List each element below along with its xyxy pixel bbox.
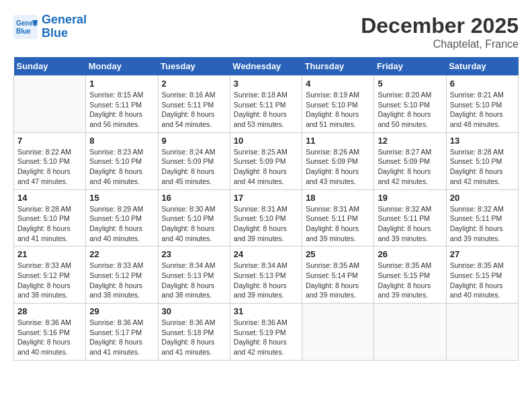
day-info: Sunrise: 8:36 AMSunset: 5:17 PMDaylight:… bbox=[89, 318, 154, 357]
day-cell: 16Sunrise: 8:30 AMSunset: 5:10 PMDayligh… bbox=[158, 189, 230, 246]
day-cell: 4Sunrise: 8:19 AMSunset: 5:10 PMDaylight… bbox=[302, 76, 374, 133]
day-cell: 26Sunrise: 8:35 AMSunset: 5:15 PMDayligh… bbox=[374, 246, 446, 304]
weekday-header-sunday: Sunday bbox=[14, 57, 86, 76]
day-number: 13 bbox=[450, 136, 515, 146]
day-number: 21 bbox=[17, 249, 82, 259]
day-cell: 30Sunrise: 8:36 AMSunset: 5:18 PMDayligh… bbox=[158, 304, 230, 361]
day-info: Sunrise: 8:22 AMSunset: 5:10 PMDaylight:… bbox=[17, 147, 82, 187]
location-title: Chaptelat, France bbox=[361, 38, 519, 50]
day-info: Sunrise: 8:36 AMSunset: 5:19 PMDaylight:… bbox=[234, 318, 298, 357]
day-number: 22 bbox=[89, 249, 154, 259]
weekday-header-saturday: Saturday bbox=[446, 57, 518, 76]
day-number: 16 bbox=[162, 193, 226, 203]
day-cell: 19Sunrise: 8:32 AMSunset: 5:11 PMDayligh… bbox=[374, 189, 446, 246]
logo-text: General Blue bbox=[42, 13, 87, 40]
header: General Blue General Blue December 2025 … bbox=[13, 13, 519, 50]
day-cell: 22Sunrise: 8:33 AMSunset: 5:12 PMDayligh… bbox=[86, 246, 158, 304]
day-info: Sunrise: 8:18 AMSunset: 5:11 PMDaylight:… bbox=[234, 90, 298, 130]
svg-rect-0 bbox=[13, 15, 38, 39]
svg-text:Blue: Blue bbox=[16, 28, 31, 35]
day-cell: 21Sunrise: 8:33 AMSunset: 5:12 PMDayligh… bbox=[14, 246, 86, 304]
day-cell bbox=[374, 304, 446, 361]
day-number: 17 bbox=[234, 193, 298, 203]
day-cell: 24Sunrise: 8:34 AMSunset: 5:13 PMDayligh… bbox=[230, 246, 302, 304]
day-number: 10 bbox=[234, 136, 298, 146]
day-info: Sunrise: 8:35 AMSunset: 5:15 PMDaylight:… bbox=[450, 261, 515, 300]
day-cell: 1Sunrise: 8:15 AMSunset: 5:11 PMDaylight… bbox=[86, 76, 158, 133]
day-number: 27 bbox=[450, 249, 515, 259]
day-number: 31 bbox=[234, 306, 298, 316]
day-info: Sunrise: 8:30 AMSunset: 5:10 PMDaylight:… bbox=[162, 204, 226, 244]
day-cell bbox=[14, 76, 86, 133]
weekday-header-wednesday: Wednesday bbox=[230, 57, 302, 76]
day-info: Sunrise: 8:33 AMSunset: 5:12 PMDaylight:… bbox=[89, 261, 154, 300]
day-cell: 29Sunrise: 8:36 AMSunset: 5:17 PMDayligh… bbox=[86, 304, 158, 361]
day-cell: 28Sunrise: 8:36 AMSunset: 5:16 PMDayligh… bbox=[14, 304, 86, 361]
day-number: 14 bbox=[17, 193, 82, 203]
day-cell bbox=[446, 304, 518, 361]
day-info: Sunrise: 8:33 AMSunset: 5:12 PMDaylight:… bbox=[17, 261, 82, 300]
day-info: Sunrise: 8:16 AMSunset: 5:11 PMDaylight:… bbox=[162, 90, 226, 130]
day-cell bbox=[302, 304, 374, 361]
day-cell: 2Sunrise: 8:16 AMSunset: 5:11 PMDaylight… bbox=[158, 76, 230, 133]
day-number: 24 bbox=[234, 249, 298, 259]
day-number: 28 bbox=[17, 306, 82, 316]
day-info: Sunrise: 8:23 AMSunset: 5:10 PMDaylight:… bbox=[89, 147, 154, 187]
day-cell: 23Sunrise: 8:34 AMSunset: 5:13 PMDayligh… bbox=[158, 246, 230, 304]
day-cell: 12Sunrise: 8:27 AMSunset: 5:09 PMDayligh… bbox=[374, 132, 446, 189]
day-number: 2 bbox=[162, 79, 226, 89]
day-number: 8 bbox=[89, 136, 154, 146]
day-cell: 27Sunrise: 8:35 AMSunset: 5:15 PMDayligh… bbox=[446, 246, 518, 304]
day-cell: 10Sunrise: 8:25 AMSunset: 5:09 PMDayligh… bbox=[230, 132, 302, 189]
day-number: 5 bbox=[378, 79, 442, 89]
day-number: 20 bbox=[450, 193, 515, 203]
weekday-header-tuesday: Tuesday bbox=[158, 57, 230, 76]
weekday-header-monday: Monday bbox=[86, 57, 158, 76]
day-cell: 3Sunrise: 8:18 AMSunset: 5:11 PMDaylight… bbox=[230, 76, 302, 133]
week-row-1: 1Sunrise: 8:15 AMSunset: 5:11 PMDaylight… bbox=[14, 76, 519, 133]
day-cell: 6Sunrise: 8:21 AMSunset: 5:10 PMDaylight… bbox=[446, 76, 518, 133]
day-cell: 11Sunrise: 8:26 AMSunset: 5:09 PMDayligh… bbox=[302, 132, 374, 189]
day-info: Sunrise: 8:34 AMSunset: 5:13 PMDaylight:… bbox=[234, 261, 298, 300]
day-number: 7 bbox=[17, 136, 82, 146]
day-number: 25 bbox=[306, 249, 370, 259]
weekday-header-thursday: Thursday bbox=[302, 57, 374, 76]
day-number: 11 bbox=[306, 136, 370, 146]
day-cell: 13Sunrise: 8:28 AMSunset: 5:10 PMDayligh… bbox=[446, 132, 518, 189]
day-info: Sunrise: 8:28 AMSunset: 5:10 PMDaylight:… bbox=[17, 204, 82, 244]
day-info: Sunrise: 8:24 AMSunset: 5:09 PMDaylight:… bbox=[162, 147, 226, 187]
week-row-2: 7Sunrise: 8:22 AMSunset: 5:10 PMDaylight… bbox=[14, 132, 519, 189]
weekday-header-friday: Friday bbox=[374, 57, 446, 76]
calendar-table: SundayMondayTuesdayWednesdayThursdayFrid… bbox=[13, 57, 519, 361]
week-row-4: 21Sunrise: 8:33 AMSunset: 5:12 PMDayligh… bbox=[14, 246, 519, 304]
day-cell: 14Sunrise: 8:28 AMSunset: 5:10 PMDayligh… bbox=[14, 189, 86, 246]
title-area: December 2025 Chaptelat, France bbox=[361, 13, 519, 50]
day-number: 15 bbox=[89, 193, 154, 203]
day-info: Sunrise: 8:28 AMSunset: 5:10 PMDaylight:… bbox=[450, 147, 515, 187]
day-info: Sunrise: 8:25 AMSunset: 5:09 PMDaylight:… bbox=[234, 147, 298, 187]
day-cell: 25Sunrise: 8:35 AMSunset: 5:14 PMDayligh… bbox=[302, 246, 374, 304]
week-row-3: 14Sunrise: 8:28 AMSunset: 5:10 PMDayligh… bbox=[14, 189, 519, 246]
day-info: Sunrise: 8:31 AMSunset: 5:11 PMDaylight:… bbox=[306, 204, 370, 244]
day-info: Sunrise: 8:15 AMSunset: 5:11 PMDaylight:… bbox=[89, 90, 154, 130]
day-info: Sunrise: 8:27 AMSunset: 5:09 PMDaylight:… bbox=[378, 147, 442, 187]
day-number: 18 bbox=[306, 193, 370, 203]
day-cell: 20Sunrise: 8:32 AMSunset: 5:11 PMDayligh… bbox=[446, 189, 518, 246]
day-number: 26 bbox=[378, 249, 442, 259]
day-number: 19 bbox=[378, 193, 442, 203]
day-number: 23 bbox=[162, 249, 226, 259]
day-cell: 7Sunrise: 8:22 AMSunset: 5:10 PMDaylight… bbox=[14, 132, 86, 189]
day-number: 1 bbox=[89, 79, 154, 89]
day-info: Sunrise: 8:35 AMSunset: 5:15 PMDaylight:… bbox=[378, 261, 442, 300]
day-cell: 9Sunrise: 8:24 AMSunset: 5:09 PMDaylight… bbox=[158, 132, 230, 189]
month-title: December 2025 bbox=[361, 13, 519, 38]
day-info: Sunrise: 8:36 AMSunset: 5:18 PMDaylight:… bbox=[162, 318, 226, 357]
day-info: Sunrise: 8:36 AMSunset: 5:16 PMDaylight:… bbox=[17, 318, 82, 357]
day-cell: 31Sunrise: 8:36 AMSunset: 5:19 PMDayligh… bbox=[230, 304, 302, 361]
day-info: Sunrise: 8:31 AMSunset: 5:10 PMDaylight:… bbox=[234, 204, 298, 244]
day-cell: 8Sunrise: 8:23 AMSunset: 5:10 PMDaylight… bbox=[86, 132, 158, 189]
weekday-header-row: SundayMondayTuesdayWednesdayThursdayFrid… bbox=[14, 57, 519, 76]
day-info: Sunrise: 8:29 AMSunset: 5:10 PMDaylight:… bbox=[89, 204, 154, 244]
day-number: 29 bbox=[89, 306, 154, 316]
day-cell: 17Sunrise: 8:31 AMSunset: 5:10 PMDayligh… bbox=[230, 189, 302, 246]
